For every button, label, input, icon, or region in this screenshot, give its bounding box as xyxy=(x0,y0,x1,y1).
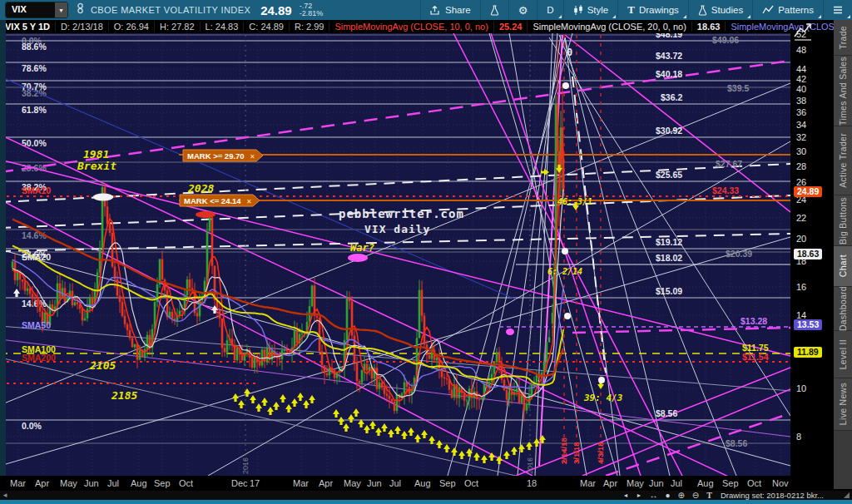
last-price: 24.89 xyxy=(260,3,292,17)
toolbar-buttons: Share⚙DStyleTDrawingsStudiesPatterns xyxy=(420,0,852,20)
time-tick: Jul xyxy=(389,478,401,488)
svg-text:$49.06: $49.06 xyxy=(712,35,739,45)
study-value: 18.63 xyxy=(691,22,726,32)
sidebar-tab-times-and-sales[interactable]: Times And Sales xyxy=(834,56,852,126)
sidebar-tab-chart[interactable]: Chart xyxy=(834,246,852,287)
svg-text:$8.56: $8.56 xyxy=(726,438,747,448)
time-tick: Sep xyxy=(722,478,739,488)
svg-text:$11.54: $11.54 xyxy=(742,352,769,362)
time-tick: Apr xyxy=(603,478,617,488)
price-tick: 22 xyxy=(796,213,806,223)
svg-text:pebblewriter.com: pebblewriter.com xyxy=(339,207,464,220)
svg-text:SMA10: SMA10 xyxy=(22,185,51,195)
time-tick: 17 xyxy=(250,478,260,488)
sidebar-tab-active-trader[interactable]: Active Trader xyxy=(834,126,852,195)
study-value: 25.24 xyxy=(493,22,528,32)
status-icon[interactable]: ◄ xyxy=(623,492,629,500)
svg-text:2016: 2016 xyxy=(241,457,250,474)
svg-text:War?: War? xyxy=(350,242,374,254)
sidebar-tab-big-buttons[interactable]: Big Buttons xyxy=(834,195,852,246)
sidebar-tab-trade[interactable]: Trade xyxy=(834,20,852,56)
time-tick: Sep xyxy=(154,478,171,488)
study-label[interactable]: SimpleMovingAvg (CLOSE, 20, 0, no) xyxy=(527,22,691,32)
time-tick: Mar xyxy=(580,478,596,488)
gear-button[interactable]: ⚙ xyxy=(508,0,537,20)
svg-text:$39.5: $39.5 xyxy=(727,83,749,93)
svg-text:4/3/18: 4/3/18 xyxy=(596,442,605,464)
style-button[interactable]: Style xyxy=(563,0,618,20)
price-axis[interactable]: 5248444240383634323028262422201816141082… xyxy=(790,33,834,476)
menu-button[interactable] xyxy=(823,0,852,20)
scroll-left-icon[interactable]: ◄ xyxy=(2,492,8,499)
resize-handle[interactable] xyxy=(844,492,850,498)
time-tick: Aug xyxy=(131,478,147,488)
svg-text:2185: 2185 xyxy=(111,389,137,402)
svg-text:$18.02: $18.02 xyxy=(656,253,682,263)
svg-text:6: 2/14: 6: 2/14 xyxy=(547,267,582,276)
sidebar-tab-live-news[interactable]: Live News xyxy=(834,378,852,431)
time-tick: Mar xyxy=(293,478,309,488)
status-icon[interactable]: ↔ xyxy=(649,492,657,500)
time-tick: Jun xyxy=(649,478,664,488)
status-bar: ◄ ◄►↔●⊕⊖T Drawing set: 2018-0212 bkr... xyxy=(0,491,852,500)
svg-text:$8.56: $8.56 xyxy=(656,408,677,418)
time-tick: Jun xyxy=(367,478,382,488)
symbol-description: CBOE MARKET VOLATILITY INDEX xyxy=(91,5,250,15)
time-tick: Jun xyxy=(84,478,99,488)
chart-canvas[interactable]: 0.0%38.2%23.6%14.6%88.6%78.6%70.7%61.8%5… xyxy=(0,33,790,476)
sidebar-tab-level-ii[interactable]: Level II xyxy=(834,331,852,378)
price-tick: 42 xyxy=(796,74,806,84)
time-tick: Nov xyxy=(772,478,789,488)
study-label[interactable]: SimpleMovingAvg (CLOSE, 10, 0, no) xyxy=(329,22,493,32)
time-tick: Aug xyxy=(697,478,714,488)
price-tick: 34 xyxy=(796,120,806,130)
share-button[interactable]: Share xyxy=(420,0,480,20)
status-icon[interactable]: T xyxy=(706,492,712,500)
symbol-value[interactable]: VIX xyxy=(6,2,55,17)
price-tick: 38 xyxy=(796,96,806,106)
svg-text:$20.39: $20.39 xyxy=(726,249,752,259)
svg-text:MARK >= 29.70: MARK >= 29.70 xyxy=(187,151,245,161)
timeframe-button[interactable]: D xyxy=(537,0,562,20)
svg-text:$24.33: $24.33 xyxy=(712,185,739,195)
status-icon[interactable]: ⊕ xyxy=(677,492,684,500)
flask-button[interactable] xyxy=(480,0,508,20)
studies-button[interactable]: Studies xyxy=(688,0,752,20)
time-axis[interactable]: MarAprMayJunJulAugSepOctDec17MarAprMayJu… xyxy=(0,476,834,491)
price-tick: 28 xyxy=(796,161,806,171)
symbol-dropdown[interactable]: VIX ▼ xyxy=(5,2,68,18)
time-tick: Sep xyxy=(439,478,456,488)
svg-text:VIX daily: VIX daily xyxy=(364,223,430,235)
chart-scale-icon[interactable] xyxy=(792,22,814,43)
status-icons: ◄►↔●⊕⊖T xyxy=(623,492,712,500)
price-tick: 30 xyxy=(796,146,806,156)
drawings-button[interactable]: TDrawings xyxy=(617,0,688,20)
svg-text:2028: 2028 xyxy=(187,182,214,195)
svg-text:2105: 2105 xyxy=(89,359,116,372)
svg-text:SMA200: SMA200 xyxy=(22,353,56,363)
price-tick: 44 xyxy=(796,64,806,74)
price-badge: 11.89 xyxy=(794,347,822,358)
svg-text:MARK <= 24.14: MARK <= 24.14 xyxy=(184,196,241,205)
ohlc-segment: O: 26.94 xyxy=(108,22,154,32)
time-tick: Apr xyxy=(35,478,49,488)
status-icon[interactable]: ⊖ xyxy=(692,492,699,500)
status-icon[interactable]: ● xyxy=(665,492,670,500)
ohlc-segment: L: 24.83 xyxy=(200,22,244,32)
price-tick: 40 xyxy=(796,84,806,94)
svg-text:✕: ✕ xyxy=(246,198,252,205)
ohlc-segment: R: 2.99 xyxy=(289,22,329,32)
svg-text:✕: ✕ xyxy=(250,153,255,161)
chevron-down-icon[interactable]: ▼ xyxy=(55,2,67,17)
svg-text:$40.18: $40.18 xyxy=(656,69,682,79)
patterns-button[interactable]: Patterns xyxy=(752,0,823,20)
chart-link-icon[interactable] xyxy=(77,2,84,17)
svg-text:0: 0 xyxy=(567,47,573,58)
drawing-set-label: Drawing set: 2018-0212 bkr... xyxy=(721,491,824,500)
status-icon[interactable]: ► xyxy=(636,492,641,500)
svg-text:39: 4/3: 39: 4/3 xyxy=(583,393,623,403)
price-tick: 8 xyxy=(796,432,801,442)
time-tick: May xyxy=(60,478,77,488)
time-tick: Jul xyxy=(107,478,119,488)
sidebar-tab-dashboard[interactable]: Dashboard xyxy=(834,287,852,331)
